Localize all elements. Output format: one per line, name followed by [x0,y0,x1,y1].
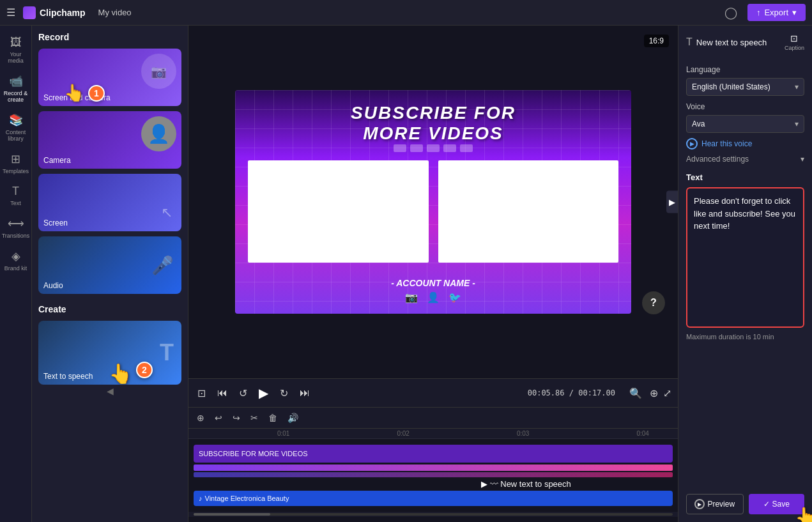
timeline-scrollbar[interactable] [188,512,678,517]
audio-label: Audio [38,277,68,294]
tts-wave-icon: 〰 [490,479,498,489]
timeline-ruler: 0:01 0:02 0:03 0:04 [188,429,678,439]
visual-track[interactable] [194,464,673,471]
voice-value: Ava [692,119,705,128]
sidebar-item-text[interactable]: T Text [0,180,31,211]
ai-icon[interactable]: ◯ [724,6,737,20]
timeline-magnet-button[interactable]: ⊕ [194,411,208,425]
panel-header: T New text to speech ⊡ Caption [686,33,804,51]
left-sidebar: 🖼 Your media 📹 Record &create 📚 Contentl… [0,26,32,522]
step3-overlay: 👆 3 [795,506,812,522]
tts-track-row: ▶ 〰 New text to speech [194,479,673,489]
sidebar-item-transitions[interactable]: ⟷ Transitions [0,211,31,244]
caption-button[interactable]: ⊡ Caption [785,33,804,51]
subscribe-track-label: SUBSCRIBE FOR MORE VIDEOS [194,450,308,457]
music-track[interactable]: ♪ Vintage Electronica Beauty [194,491,673,506]
audio-card[interactable]: Audio 🎤 [38,236,181,294]
camera-label: Camera [38,152,76,169]
voice-select[interactable]: Ava ▾ [686,115,804,133]
play-button[interactable]: ▶ [256,383,271,403]
rewind-button[interactable]: ↺ [236,385,250,402]
record-panel: Record Screen and camera 📷 👆 1 Camera 👤 … [32,26,188,522]
time-current: 00:05.86 [528,388,565,397]
forward-button[interactable]: ↻ [277,385,291,402]
main-content: 🖼 Your media 📹 Record &create 📚 Contentl… [0,26,812,522]
video-title-line2: MORE VIDEOS [351,123,516,144]
video-white-boxes [248,160,618,263]
sidebar-item-brand-kit[interactable]: ◈ Brand kit [0,244,31,277]
panel-expand-arrow[interactable]: ▶ [666,191,678,213]
panel-collapse-arrow[interactable]: ◀ [38,385,181,397]
app-logo: Clipchamp [23,6,86,19]
panel-title: New text to speech [696,38,767,47]
tts-track[interactable]: ▶ 〰 New text to speech [481,479,673,489]
templates-icon: ⊞ [11,152,20,166]
tts-panel-icon: T [686,36,693,48]
subtitles-button[interactable]: ⊡ [195,385,208,402]
sidebar-item-templates[interactable]: ⊞ Templates [0,147,31,180]
ruler-mark-1: 0:01 [254,430,314,437]
text-icon: T [12,185,19,198]
time-total: 00:17.00 [578,388,615,397]
text-input[interactable] [686,187,804,328]
timeline-delete-button[interactable]: 🗑 [265,411,280,425]
sidebar-label-transitions: Transitions [2,233,30,239]
social-icon-2 [410,144,423,152]
sidebar-label-templates: Templates [3,168,29,174]
cursor2-icon: 👆 [109,362,132,385]
preview-button[interactable]: ▶ Preview [686,494,744,514]
text-to-speech-card[interactable]: Text to speech T 👆 2 [38,321,181,385]
video-account-name: - ACCOUNT NAME - [391,278,475,288]
sidebar-label-text: Text [10,200,21,206]
video-title-line1: SUBSCRIBE FOR [351,103,516,123]
skip-forward-button[interactable]: ⏭ [297,385,312,401]
timeline-redo-button[interactable]: ↪ [229,411,243,425]
music-track-label: Vintage Electronica Beauty [205,495,289,502]
screen-and-camera-card[interactable]: Screen and camera 📷 👆 1 [38,49,181,106]
skip-back-button[interactable]: ⏮ [215,385,230,401]
timeline-cut-button[interactable]: ✂ [247,411,261,425]
sidebar-item-record-create[interactable]: 📹 Record &create [0,69,31,108]
advanced-settings-button[interactable]: Advanced settings ▾ [686,155,804,164]
section-title-create: Create [38,304,181,314]
camera-thumbnail: 👤 [141,116,176,151]
zoom-out-button[interactable]: 🔍 [627,385,645,402]
twitter-icon: 🐦 [448,291,461,303]
timeline-undo-button[interactable]: ↩ [211,411,226,425]
caption-label: Caption [785,45,804,51]
social-icon-4 [443,144,456,152]
hear-voice-button[interactable]: ▶ Hear this voice [686,138,804,150]
scrollbar-thumb[interactable] [194,513,270,516]
menu-icon[interactable]: ☰ [6,6,15,19]
sidebar-item-your-media[interactable]: 🖼 Your media [0,31,31,69]
text-section-label: Text [686,173,804,182]
help-button[interactable]: ? [642,291,665,314]
export-button[interactable]: ↑ Export ▾ [747,4,806,21]
video-socials [394,144,473,152]
video-bottom-icons: 📷 👤 🐦 [405,291,461,303]
tts-track-label: New text to speech [500,479,571,489]
voice-chevron-icon: ▾ [795,119,799,128]
zoom-in-button[interactable]: ⊕ [647,385,661,402]
tts-play-icon: ▶ [481,479,487,489]
video-area: 16:9 SUBSCRIBE FOR MORE VIDEOS [188,26,678,522]
project-title[interactable]: My video [98,8,132,17]
ruler-mark-7: 0:04 [613,430,673,437]
tts-spacer [194,479,481,489]
timeline-tracks: SUBSCRIBE FOR MORE VIDEOS ▶ 〰 New text t… [188,439,678,512]
language-select[interactable]: English (United States) ▾ [686,78,804,96]
social-icon-3 [427,144,440,152]
save-button[interactable]: ✓ Save 👆 3 [749,494,805,514]
sidebar-item-content-library[interactable]: 📚 Contentlibrary [0,108,31,147]
save-label: Save [772,500,790,509]
caption-icon: ⊡ [790,33,798,43]
camera-card[interactable]: Camera 👤 [38,111,181,169]
screen-card[interactable]: Screen ↖ [38,174,181,231]
step2-overlay: 👆 2 [109,362,153,385]
timeline-audio-button[interactable]: 🔊 [284,411,302,425]
subscribe-track[interactable]: SUBSCRIBE FOR MORE VIDEOS [194,445,673,463]
visual-track-2[interactable] [194,472,673,477]
step1-overlay: 👆 1 [64,83,105,103]
fullscreen-button[interactable]: ⤢ [663,387,671,399]
sidebar-label-record-create: Record &create [4,90,28,103]
